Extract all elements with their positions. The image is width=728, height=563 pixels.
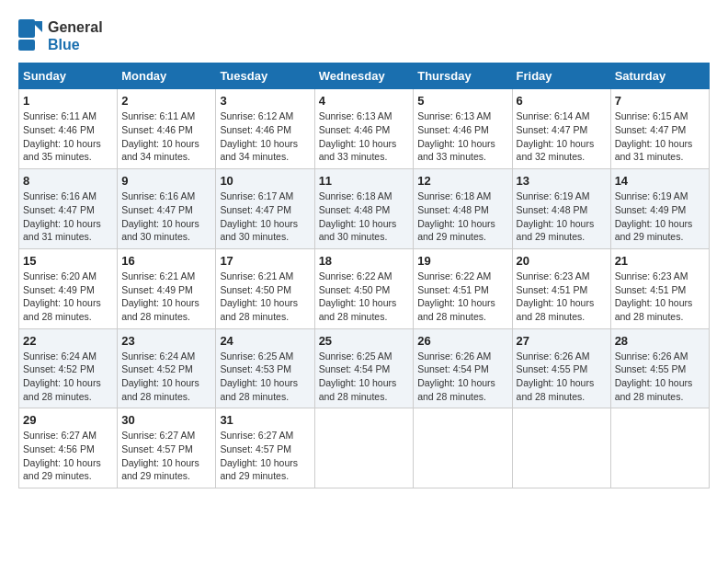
calendar-cell: 16Sunrise: 6:21 AMSunset: 4:49 PMDayligh… (118, 248, 216, 328)
svg-rect-2 (18, 40, 35, 51)
weekday-header-monday: Monday (118, 63, 216, 89)
weekday-header-saturday: Saturday (610, 63, 709, 89)
day-info: Sunrise: 6:27 AMSunset: 4:57 PMDaylight:… (121, 429, 211, 483)
day-info: Sunrise: 6:21 AMSunset: 4:50 PMDaylight:… (220, 270, 310, 324)
calendar-cell: 15Sunrise: 6:20 AMSunset: 4:49 PMDayligh… (19, 248, 118, 328)
calendar-body: 1Sunrise: 6:11 AMSunset: 4:46 PMDaylight… (19, 89, 710, 488)
day-info: Sunrise: 6:23 AMSunset: 4:51 PMDaylight:… (615, 270, 705, 324)
day-number: 28 (615, 334, 705, 348)
calendar-cell: 8Sunrise: 6:16 AMSunset: 4:47 PMDaylight… (19, 169, 118, 249)
calendar-cell: 11Sunrise: 6:18 AMSunset: 4:48 PMDayligh… (314, 169, 414, 249)
calendar-cell: 4Sunrise: 6:13 AMSunset: 4:46 PMDaylight… (314, 89, 414, 169)
day-info: Sunrise: 6:12 AMSunset: 4:46 PMDaylight:… (220, 109, 310, 164)
day-info: Sunrise: 6:25 AMSunset: 4:54 PMDaylight:… (319, 350, 410, 404)
calendar-cell: 27Sunrise: 6:26 AMSunset: 4:55 PMDayligh… (512, 328, 610, 408)
calendar-cell: 25Sunrise: 6:25 AMSunset: 4:54 PMDayligh… (314, 328, 414, 408)
weekday-header-sunday: Sunday (19, 63, 118, 89)
calendar-cell: 22Sunrise: 6:24 AMSunset: 4:52 PMDayligh… (19, 328, 118, 408)
calendar-cell: 21Sunrise: 6:23 AMSunset: 4:51 PMDayligh… (610, 248, 709, 328)
calendar-cell: 20Sunrise: 6:23 AMSunset: 4:51 PMDayligh… (512, 248, 610, 328)
day-info: Sunrise: 6:26 AMSunset: 4:55 PMDaylight:… (615, 350, 705, 404)
day-number: 9 (121, 174, 211, 188)
calendar-cell: 31Sunrise: 6:27 AMSunset: 4:57 PMDayligh… (216, 408, 314, 488)
day-info: Sunrise: 6:13 AMSunset: 4:46 PMDaylight:… (417, 109, 507, 164)
calendar-cell (414, 408, 512, 488)
calendar-cell: 10Sunrise: 6:17 AMSunset: 4:47 PMDayligh… (216, 169, 314, 249)
day-number: 7 (615, 94, 705, 108)
day-number: 24 (220, 334, 310, 348)
day-info: Sunrise: 6:25 AMSunset: 4:53 PMDaylight:… (220, 350, 310, 404)
weekday-header-thursday: Thursday (414, 63, 512, 89)
day-number: 1 (23, 94, 113, 108)
day-number: 8 (23, 174, 113, 188)
day-number: 23 (121, 334, 211, 348)
calendar-cell: 9Sunrise: 6:16 AMSunset: 4:47 PMDaylight… (118, 169, 216, 249)
day-info: Sunrise: 6:26 AMSunset: 4:54 PMDaylight:… (417, 350, 507, 404)
calendar-cell (314, 408, 414, 488)
day-info: Sunrise: 6:19 AMSunset: 4:49 PMDaylight:… (615, 190, 705, 244)
day-number: 18 (319, 254, 410, 268)
day-info: Sunrise: 6:24 AMSunset: 4:52 PMDaylight:… (23, 350, 113, 404)
day-number: 10 (220, 174, 310, 188)
day-number: 14 (615, 174, 705, 188)
day-number: 5 (417, 94, 507, 108)
day-number: 30 (121, 413, 211, 427)
day-number: 31 (220, 413, 310, 427)
calendar-cell: 19Sunrise: 6:22 AMSunset: 4:51 PMDayligh… (414, 248, 512, 328)
day-number: 13 (517, 174, 607, 188)
day-info: Sunrise: 6:18 AMSunset: 4:48 PMDaylight:… (319, 190, 410, 244)
page-header: General Blue (18, 18, 710, 53)
calendar-cell (512, 408, 610, 488)
calendar-cell (610, 408, 709, 488)
logo: General Blue (18, 18, 103, 53)
weekday-header-friday: Friday (512, 63, 610, 89)
day-number: 12 (417, 174, 507, 188)
day-info: Sunrise: 6:15 AMSunset: 4:47 PMDaylight:… (615, 109, 705, 164)
day-number: 15 (23, 254, 113, 268)
calendar-cell: 24Sunrise: 6:25 AMSunset: 4:53 PMDayligh… (216, 328, 314, 408)
calendar-cell: 2Sunrise: 6:11 AMSunset: 4:46 PMDaylight… (118, 89, 216, 169)
weekday-header-tuesday: Tuesday (216, 63, 314, 89)
weekday-header-row: SundayMondayTuesdayWednesdayThursdayFrid… (19, 63, 710, 89)
calendar-table: SundayMondayTuesdayWednesdayThursdayFrid… (18, 63, 710, 488)
day-number: 19 (417, 254, 507, 268)
calendar-header: SundayMondayTuesdayWednesdayThursdayFrid… (19, 63, 710, 89)
calendar-cell: 18Sunrise: 6:22 AMSunset: 4:50 PMDayligh… (314, 248, 414, 328)
calendar-week-2: 8Sunrise: 6:16 AMSunset: 4:47 PMDaylight… (19, 169, 710, 249)
day-number: 27 (517, 334, 607, 348)
day-info: Sunrise: 6:21 AMSunset: 4:49 PMDaylight:… (121, 270, 211, 324)
calendar-cell: 17Sunrise: 6:21 AMSunset: 4:50 PMDayligh… (216, 248, 314, 328)
calendar-week-5: 29Sunrise: 6:27 AMSunset: 4:56 PMDayligh… (19, 408, 710, 488)
day-number: 17 (220, 254, 310, 268)
day-info: Sunrise: 6:11 AMSunset: 4:46 PMDaylight:… (23, 109, 113, 164)
day-info: Sunrise: 6:27 AMSunset: 4:56 PMDaylight:… (23, 429, 113, 483)
day-info: Sunrise: 6:20 AMSunset: 4:49 PMDaylight:… (23, 270, 113, 324)
calendar-cell: 23Sunrise: 6:24 AMSunset: 4:52 PMDayligh… (118, 328, 216, 408)
day-info: Sunrise: 6:24 AMSunset: 4:52 PMDaylight:… (121, 350, 211, 404)
day-info: Sunrise: 6:18 AMSunset: 4:48 PMDaylight:… (417, 190, 507, 244)
weekday-header-wednesday: Wednesday (314, 63, 414, 89)
day-number: 6 (517, 94, 607, 108)
calendar-cell: 26Sunrise: 6:26 AMSunset: 4:54 PMDayligh… (414, 328, 512, 408)
logo-blue: Blue (48, 36, 103, 53)
day-number: 3 (220, 94, 310, 108)
calendar-cell: 13Sunrise: 6:19 AMSunset: 4:48 PMDayligh… (512, 169, 610, 249)
calendar-cell: 5Sunrise: 6:13 AMSunset: 4:46 PMDaylight… (414, 89, 512, 169)
calendar-cell: 12Sunrise: 6:18 AMSunset: 4:48 PMDayligh… (414, 169, 512, 249)
day-info: Sunrise: 6:17 AMSunset: 4:47 PMDaylight:… (220, 190, 310, 244)
day-info: Sunrise: 6:14 AMSunset: 4:47 PMDaylight:… (517, 109, 607, 164)
day-info: Sunrise: 6:27 AMSunset: 4:57 PMDaylight:… (220, 429, 310, 483)
day-info: Sunrise: 6:13 AMSunset: 4:46 PMDaylight:… (319, 109, 410, 164)
day-number: 21 (615, 254, 705, 268)
day-number: 26 (417, 334, 507, 348)
day-number: 4 (319, 94, 410, 108)
day-number: 2 (121, 94, 211, 108)
day-number: 29 (23, 413, 113, 427)
day-info: Sunrise: 6:23 AMSunset: 4:51 PMDaylight:… (517, 270, 607, 324)
day-info: Sunrise: 6:22 AMSunset: 4:50 PMDaylight:… (319, 270, 410, 324)
logo-general: General (48, 18, 103, 36)
calendar-cell: 30Sunrise: 6:27 AMSunset: 4:57 PMDayligh… (118, 408, 216, 488)
calendar-week-1: 1Sunrise: 6:11 AMSunset: 4:46 PMDaylight… (19, 89, 710, 169)
day-info: Sunrise: 6:16 AMSunset: 4:47 PMDaylight:… (23, 190, 113, 244)
calendar-cell: 6Sunrise: 6:14 AMSunset: 4:47 PMDaylight… (512, 89, 610, 169)
